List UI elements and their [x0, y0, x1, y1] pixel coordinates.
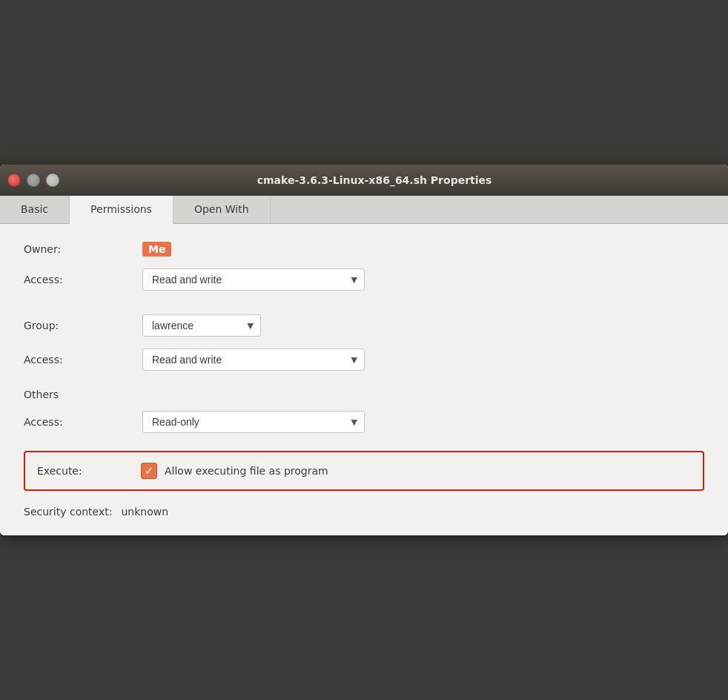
others-header: Others — [24, 389, 704, 400]
group-access-row: Access: Read and write Read-only None — [24, 349, 704, 371]
execute-label: Execute: — [37, 465, 141, 477]
owner-row: Owner: Me — [24, 242, 704, 257]
group-row: Group: lawrence root users — [24, 314, 704, 337]
tab-open-with[interactable]: Open With — [173, 196, 271, 223]
owner-access-dropdown[interactable]: Read and write Read-only None — [142, 268, 365, 291]
minimize-button[interactable] — [27, 174, 40, 187]
others-access-dropdown-wrapper: Read-only Read and write None — [142, 411, 365, 433]
window-title: cmake-3.6.3-Linux-x86_64.sh Properties — [65, 174, 684, 186]
owner-value: Me — [142, 242, 171, 257]
tab-basic[interactable]: Basic — [0, 196, 70, 223]
owner-access-dropdown-wrapper: Read and write Read-only None — [142, 268, 365, 291]
group-access-label: Access: — [24, 354, 142, 366]
others-access-dropdown[interactable]: Read-only Read and write None — [142, 411, 365, 433]
group-dropdown[interactable]: lawrence root users — [142, 314, 261, 337]
group-access-dropdown[interactable]: Read and write Read-only None — [142, 349, 365, 371]
execute-row: Execute: Allow executing file as program — [24, 451, 704, 491]
execute-checkbox-label: Allow executing file as program — [165, 465, 328, 477]
security-context-value: unknown — [121, 506, 168, 518]
execute-checkbox[interactable] — [141, 463, 157, 479]
others-access-row: Access: Read-only Read and write None — [24, 411, 704, 433]
security-context-label: Security context: — [24, 506, 112, 518]
properties-window: cmake-3.6.3-Linux-x86_64.sh Properties B… — [0, 165, 728, 535]
owner-access-label: Access: — [24, 274, 142, 285]
close-button[interactable] — [7, 174, 21, 187]
tab-permissions[interactable]: Permissions — [70, 196, 173, 224]
tab-bar: Basic Permissions Open With — [0, 196, 728, 224]
group-access-dropdown-wrapper: Read and write Read-only None — [142, 349, 365, 371]
others-access-label: Access: — [24, 416, 142, 428]
group-dropdown-wrapper: lawrence root users — [142, 314, 261, 337]
group-label: Group: — [24, 320, 142, 331]
execute-checkbox-wrapper: Allow executing file as program — [141, 463, 328, 479]
titlebar: cmake-3.6.3-Linux-x86_64.sh Properties — [0, 165, 728, 196]
owner-access-row: Access: Read and write Read-only None — [24, 268, 704, 291]
owner-label: Owner: — [24, 243, 142, 255]
permissions-content: Owner: Me Access: Read and write Read-on… — [0, 224, 728, 535]
maximize-button[interactable] — [46, 174, 59, 187]
security-row: Security context: unknown — [24, 506, 704, 518]
